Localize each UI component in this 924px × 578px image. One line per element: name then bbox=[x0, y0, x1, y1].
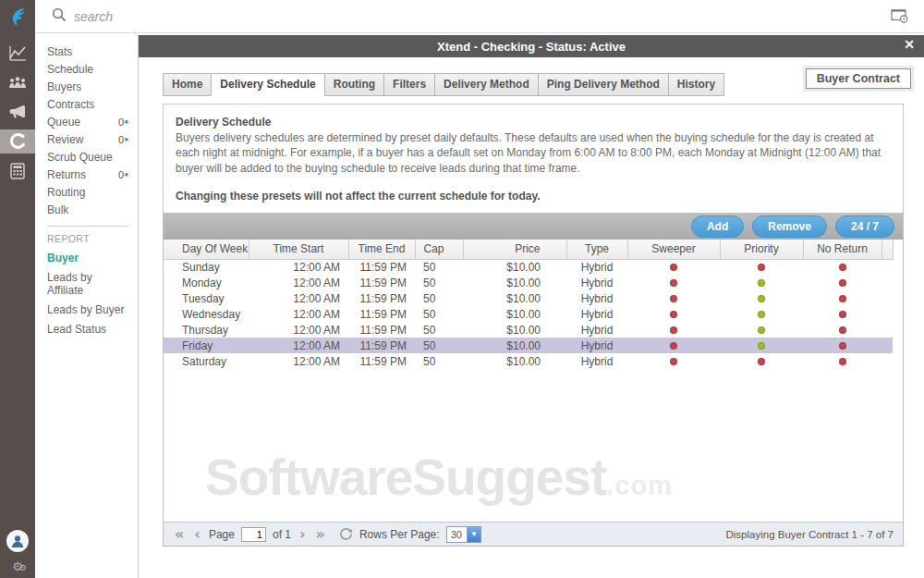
red-status-dot-icon bbox=[670, 279, 677, 287]
prev-page-icon[interactable]: ‹ bbox=[192, 527, 202, 542]
cell-type: Hybrid bbox=[566, 259, 627, 275]
sidebar-item-label: Scrub Queue bbox=[47, 151, 128, 164]
column-header-no-return[interactable]: No Return bbox=[803, 240, 881, 259]
cell-day: Sunday bbox=[164, 259, 249, 275]
add-button[interactable]: Add bbox=[691, 215, 744, 238]
app-logo-icon[interactable] bbox=[0, 0, 35, 35]
column-header-cap[interactable]: Cap bbox=[415, 240, 463, 259]
buyer-modal: Xtend - Checking - Status: Active ✕ Home… bbox=[139, 35, 924, 562]
column-header-priority[interactable]: Priority bbox=[720, 240, 803, 259]
cell-priority bbox=[720, 322, 803, 338]
cell-time-start: 12:00 AM bbox=[249, 275, 348, 290]
cell-cap: 50 bbox=[415, 290, 463, 306]
cell-time-end: 11:59 PM bbox=[348, 259, 415, 275]
table-row-wednesday[interactable]: Wednesday12:00 AM11:59 PM50$10.00Hybrid bbox=[164, 306, 893, 322]
refresh-icon[interactable] bbox=[339, 527, 353, 541]
cell-sweeper bbox=[627, 290, 720, 306]
cell-cap: 50 bbox=[415, 306, 463, 322]
magnet-icon[interactable] bbox=[0, 129, 35, 154]
tab-ping-delivery-method[interactable]: Ping Delivery Method bbox=[538, 73, 669, 96]
column-header-time-end[interactable]: Time End bbox=[348, 240, 415, 259]
sidebar-item-label: Buyers bbox=[47, 80, 128, 93]
column-header-price[interactable]: Price bbox=[463, 240, 566, 259]
cell-spacer bbox=[881, 322, 893, 338]
topbar bbox=[35, 0, 924, 33]
24-7-button[interactable]: 24 / 7 bbox=[835, 215, 894, 238]
search-input[interactable] bbox=[74, 9, 213, 24]
green-status-dot-icon bbox=[758, 342, 765, 350]
sidebar-item-queue[interactable]: Queue0● bbox=[35, 113, 138, 130]
cell-spacer bbox=[881, 306, 893, 322]
sidebar-item-label: Schedule bbox=[47, 63, 128, 76]
sidebar-item-routing[interactable]: Routing bbox=[35, 183, 138, 201]
cell-sweeper bbox=[627, 322, 720, 338]
audience-icon[interactable] bbox=[0, 70, 35, 94]
remove-button[interactable]: Remove bbox=[752, 215, 827, 238]
buyer-contract-button[interactable]: Buyer Contract bbox=[806, 68, 911, 89]
column-header-day-of-week[interactable]: Day Of Week bbox=[164, 240, 249, 259]
rows-per-page-value: 30 bbox=[447, 527, 467, 542]
sidebar-item-bulk[interactable]: Bulk bbox=[35, 201, 138, 218]
sidebar-item-review[interactable]: Review0● bbox=[35, 130, 138, 148]
sidebar-item-returns[interactable]: Returns0● bbox=[35, 166, 138, 183]
delivery-schedule-info: Delivery Schedule Buyers delivery schedu… bbox=[163, 104, 904, 217]
tab-delivery-schedule[interactable]: Delivery Schedule bbox=[211, 73, 324, 96]
badge-dot-icon: ● bbox=[124, 118, 128, 126]
sidebar-divider bbox=[47, 226, 128, 227]
cell-no-return bbox=[803, 322, 881, 338]
sidebar-item-buyer[interactable]: Buyer bbox=[35, 248, 138, 267]
line-chart-icon[interactable] bbox=[0, 41, 35, 65]
sidebar-item-scrub-queue[interactable]: Scrub Queue bbox=[35, 148, 138, 166]
red-status-dot-icon bbox=[670, 311, 677, 318]
column-header-type[interactable]: Type bbox=[566, 240, 627, 259]
table-row-tuesday[interactable]: Tuesday12:00 AM11:59 PM50$10.00Hybrid bbox=[164, 290, 893, 306]
cell-price: $10.00 bbox=[463, 306, 566, 322]
first-page-icon[interactable]: « bbox=[173, 527, 186, 542]
rows-per-page-select[interactable]: 30 ▼ bbox=[446, 526, 481, 543]
column-header-time-start[interactable]: Time Start bbox=[249, 240, 348, 259]
red-status-dot-icon bbox=[839, 311, 846, 318]
cell-time-start: 12:00 AM bbox=[249, 353, 348, 369]
sidebar-item-buyers[interactable]: Buyers bbox=[35, 78, 138, 95]
cell-sweeper bbox=[627, 306, 720, 322]
window-monitor-icon[interactable] bbox=[891, 8, 909, 28]
settings-gears-icon[interactable]: ⚙⚙ bbox=[12, 560, 23, 572]
calculator-icon[interactable] bbox=[0, 159, 35, 183]
sidebar-item-leads-by-buyer[interactable]: Leads by Buyer bbox=[35, 300, 138, 319]
sidebar-item-lead-status[interactable]: Lead Status bbox=[35, 319, 138, 338]
user-avatar[interactable] bbox=[6, 530, 29, 552]
table-row-sunday[interactable]: Sunday12:00 AM11:59 PM50$10.00Hybrid bbox=[164, 259, 893, 275]
close-icon[interactable]: ✕ bbox=[904, 37, 915, 52]
cell-sweeper bbox=[627, 353, 720, 369]
sidebar-item-label: Routing bbox=[47, 186, 128, 199]
cell-time-start: 12:00 AM bbox=[249, 306, 348, 322]
sidebar-item-schedule[interactable]: Schedule bbox=[35, 60, 138, 78]
tab-filters[interactable]: Filters bbox=[383, 73, 435, 96]
sidebar-item-leads-by-affiliate[interactable]: Leads by Affiliate bbox=[35, 267, 138, 300]
column-header-sweeper[interactable]: Sweeper bbox=[627, 240, 720, 259]
red-status-dot-icon bbox=[670, 358, 677, 365]
cell-spacer bbox=[881, 353, 893, 369]
sidebar-item-contracts[interactable]: Contracts bbox=[35, 95, 138, 113]
sidebar-item-stats[interactable]: Stats bbox=[35, 43, 138, 60]
tab-routing[interactable]: Routing bbox=[324, 73, 384, 96]
cell-price: $10.00 bbox=[463, 259, 566, 275]
cell-time-end: 11:59 PM bbox=[348, 306, 415, 322]
table-row-thursday[interactable]: Thursday12:00 AM11:59 PM50$10.00Hybrid bbox=[164, 322, 893, 338]
page-number-input[interactable] bbox=[241, 527, 266, 542]
green-status-dot-icon bbox=[758, 326, 765, 334]
schedule-grid: AddRemove24 / 7 Day Of WeekTime StartTim… bbox=[163, 213, 904, 547]
chevron-down-icon: ▼ bbox=[467, 527, 480, 542]
tab-delivery-method[interactable]: Delivery Method bbox=[434, 73, 539, 96]
next-page-icon[interactable]: › bbox=[298, 527, 308, 542]
grid-empty-area bbox=[164, 369, 903, 522]
tab-history[interactable]: History bbox=[668, 73, 724, 96]
red-status-dot-icon bbox=[839, 358, 846, 365]
tab-bar: HomeDelivery ScheduleRoutingFiltersDeliv… bbox=[163, 73, 723, 96]
last-page-icon[interactable]: » bbox=[314, 527, 327, 542]
table-row-monday[interactable]: Monday12:00 AM11:59 PM50$10.00Hybrid bbox=[164, 275, 893, 290]
tab-home[interactable]: Home bbox=[163, 73, 212, 96]
table-row-saturday[interactable]: Saturday12:00 AM11:59 PM50$10.00Hybrid bbox=[164, 353, 893, 369]
megaphone-icon[interactable] bbox=[0, 100, 35, 124]
table-row-friday[interactable]: Friday12:00 AM11:59 PM50$10.00Hybrid bbox=[164, 338, 893, 353]
